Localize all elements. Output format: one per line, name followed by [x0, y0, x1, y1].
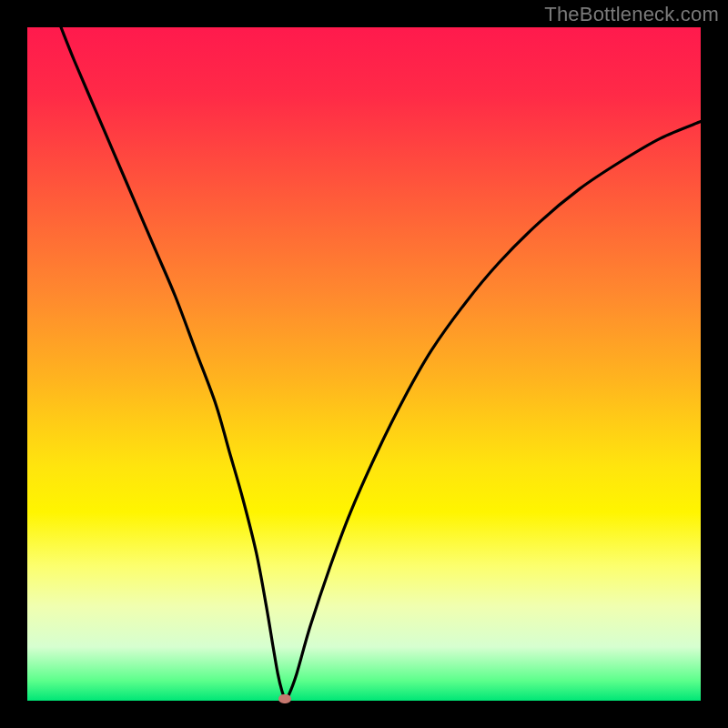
chart-frame: TheBottleneck.com [0, 0, 728, 728]
bottleneck-curve [27, 27, 701, 701]
plot-area [27, 27, 701, 701]
optimum-marker [278, 694, 291, 703]
watermark-text: TheBottleneck.com [544, 3, 719, 26]
